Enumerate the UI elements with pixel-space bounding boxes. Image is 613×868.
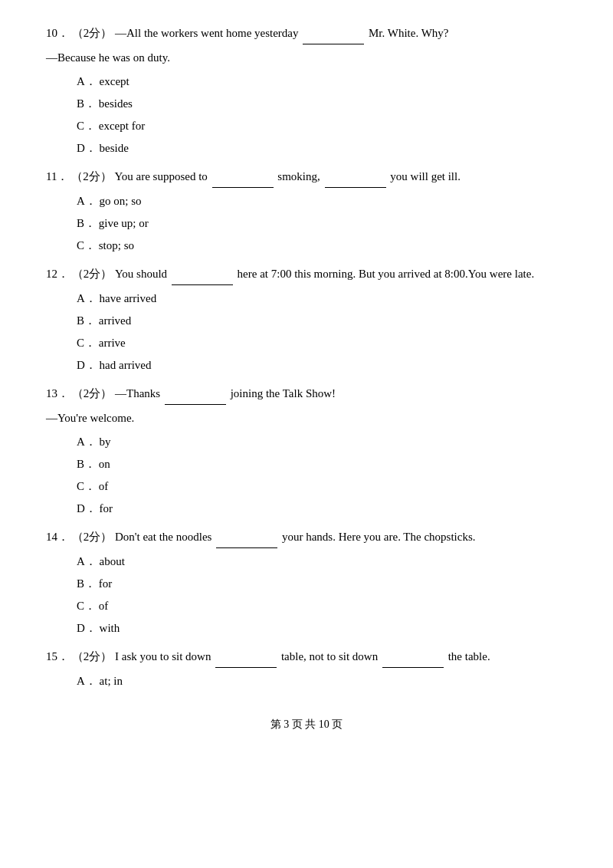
question-10: 10． （2分） —All the workers went home yest…	[46, 23, 567, 159]
q13-option-c-label: C．	[77, 480, 96, 492]
q11-number: 11．	[46, 170, 68, 182]
q11-blank2	[325, 166, 386, 188]
q11-text-after: you will get ill.	[390, 170, 461, 182]
q10-number: 10．	[46, 27, 69, 39]
q12-option-d-label: D．	[77, 359, 97, 371]
q15-option-a-text: at; in	[100, 675, 123, 687]
q14-text-after: your hands. Here you are. The chopsticks…	[282, 531, 476, 543]
q14-text-before: Don't eat the noodles	[115, 531, 211, 543]
q12-option-b: B． arrived	[77, 311, 567, 331]
q13-text-before: —Thanks	[115, 387, 160, 399]
q14-option-b-text: for	[99, 577, 113, 590]
q11-option-c-label: C．	[77, 239, 96, 252]
q11-blank1	[212, 166, 274, 188]
q14-option-d-text: with	[100, 622, 120, 634]
question-10-text: 10． （2分） —All the workers went home yest…	[46, 23, 567, 44]
q13-option-d-label: D．	[77, 502, 97, 515]
q14-option-d: D． with	[77, 618, 567, 639]
question-12: 12． （2分） You should here at 7:00 this mo…	[46, 264, 567, 376]
q13-option-c-text: of	[99, 480, 109, 492]
q10-option-d: D． beside	[77, 138, 567, 159]
q15-number: 15．	[46, 650, 69, 663]
q13-number: 13．	[46, 387, 69, 399]
q10-option-a: A． except	[77, 71, 567, 92]
q10-option-c-text: except for	[99, 120, 145, 132]
q15-blank1	[215, 646, 277, 668]
q14-option-c-text: of	[99, 600, 109, 612]
q14-number: 14．	[46, 531, 69, 543]
q12-option-b-label: B．	[77, 314, 96, 327]
q13-option-b-label: B．	[77, 458, 96, 470]
q14-option-d-label: D．	[77, 622, 97, 634]
q11-option-a: A． go on; so	[77, 191, 567, 212]
q12-option-a: A． have arrived	[77, 288, 567, 309]
q14-blank	[216, 527, 277, 548]
q13-option-d: D． for	[77, 498, 567, 519]
q15-blank2	[382, 646, 444, 668]
page-footer: 第 3 页 共 10 页	[46, 715, 567, 734]
q10-option-a-text: except	[100, 75, 129, 87]
q11-option-b-label: B．	[77, 217, 96, 229]
q14-option-b: B． for	[77, 574, 567, 594]
q14-option-c-label: C．	[77, 600, 96, 612]
question-14-text: 14． （2分） Don't eat the noodles your hand…	[46, 527, 567, 548]
q13-option-c: C． of	[77, 476, 567, 497]
q12-option-c-label: C．	[77, 337, 96, 349]
q12-number: 12．	[46, 268, 69, 280]
question-15-text: 15． （2分） I ask you to sit down table, no…	[46, 646, 567, 668]
q12-option-c-text: arrive	[99, 337, 126, 349]
q15-text-middle: table, not to sit down	[281, 650, 378, 663]
q12-blank	[172, 264, 233, 285]
q15-text-before: I ask you to sit down	[115, 650, 211, 663]
q14-option-c: C． of	[77, 596, 567, 616]
q12-text-before: You should	[115, 268, 167, 280]
q11-text-before: You are supposed to	[114, 170, 207, 182]
question-12-text: 12． （2分） You should here at 7:00 this mo…	[46, 264, 567, 285]
q15-option-a: A． at; in	[77, 671, 567, 692]
q10-option-b-label: B．	[77, 97, 96, 110]
q10-subtext: —Because he was on duty.	[46, 48, 567, 68]
q12-option-d: D． had arrived	[77, 355, 567, 376]
q11-score: （2分）	[71, 170, 112, 182]
q11-option-c-text: stop; so	[99, 239, 134, 252]
q10-option-b: B． besides	[77, 94, 567, 114]
q11-option-a-label: A．	[77, 195, 97, 207]
q11-option-c: C． stop; so	[77, 235, 567, 256]
q13-blank	[165, 383, 226, 405]
q11-option-b: B． give up; or	[77, 213, 567, 234]
q10-option-c: C． except for	[77, 116, 567, 136]
q15-option-a-label: A．	[77, 675, 97, 687]
q14-score: （2分）	[72, 531, 113, 543]
q14-option-b-label: B．	[77, 577, 96, 590]
q12-option-a-label: A．	[77, 292, 97, 304]
q10-text-before: —All the workers went home yesterday	[115, 27, 299, 39]
question-11: 11． （2分） You are supposed to smoking, yo…	[46, 166, 567, 256]
q10-option-c-label: C．	[77, 120, 96, 132]
q14-option-a-label: A．	[77, 555, 97, 567]
q10-blank	[303, 23, 364, 44]
question-13-text: 13． （2分） —Thanks joining the Talk Show!	[46, 383, 567, 405]
q12-option-d-text: had arrived	[100, 359, 152, 371]
q13-option-a-text: by	[100, 436, 111, 448]
q14-option-a-text: about	[100, 555, 125, 567]
question-13: 13． （2分） —Thanks joining the Talk Show! …	[46, 383, 567, 519]
q12-text-after: here at 7:00 this morning. But you arriv…	[238, 268, 535, 280]
question-11-text: 11． （2分） You are supposed to smoking, yo…	[46, 166, 567, 188]
q14-option-a: A． about	[77, 551, 567, 572]
q12-option-b-text: arrived	[99, 314, 131, 327]
q13-text-after: joining the Talk Show!	[231, 387, 336, 399]
q11-text-middle: smoking,	[277, 170, 320, 182]
q13-option-a-label: A．	[77, 436, 97, 448]
q15-score: （2分）	[72, 650, 113, 663]
footer-text: 第 3 页 共 10 页	[270, 718, 343, 730]
q13-option-d-text: for	[100, 502, 113, 515]
q13-option-b-text: on	[99, 458, 110, 470]
q10-option-a-label: A．	[77, 75, 97, 87]
q15-text-after: the table.	[448, 650, 490, 663]
q12-option-c: C． arrive	[77, 333, 567, 353]
q13-option-a: A． by	[77, 432, 567, 452]
q12-score: （2分）	[72, 268, 113, 280]
q12-option-a-text: have arrived	[100, 292, 157, 304]
q10-option-d-label: D．	[77, 142, 97, 154]
question-14: 14． （2分） Don't eat the noodles your hand…	[46, 527, 567, 639]
